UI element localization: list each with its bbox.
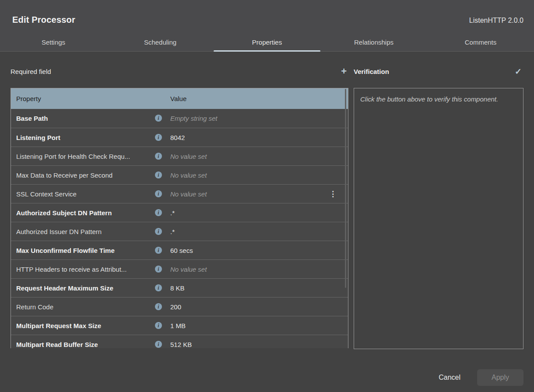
- cancel-button[interactable]: Cancel: [439, 374, 460, 382]
- property-name: Request Header Maximum Size: [16, 284, 155, 292]
- property-value[interactable]: .*: [170, 228, 175, 235]
- info-icon[interactable]: i: [155, 190, 162, 197]
- table-scrollbar[interactable]: [345, 89, 346, 288]
- processor-type-version: ListenHTTP 2.0.0: [469, 17, 523, 24]
- property-name: Authorized Subject DN Pattern: [16, 209, 155, 217]
- info-icon[interactable]: i: [155, 134, 162, 141]
- tab-comments[interactable]: Comments: [427, 33, 534, 51]
- table-row[interactable]: Multipart Read Buffer Sizei512 KB: [11, 335, 348, 348]
- properties-section: Required field + Property Value Base Pat…: [11, 63, 348, 349]
- info-icon[interactable]: i: [155, 209, 162, 216]
- table-row[interactable]: SSL Context ServiceiNo value set⋮: [11, 184, 348, 203]
- dialog-header: Edit Processor ListenHTTP 2.0.0 Settings…: [0, 0, 534, 52]
- check-icon: ✓: [515, 67, 522, 76]
- property-value[interactable]: No value set: [170, 172, 207, 179]
- info-icon[interactable]: i: [155, 341, 162, 348]
- table-row[interactable]: Base PathiEmpty string set: [11, 109, 348, 128]
- properties-table: Property Value Base PathiEmpty string se…: [11, 88, 348, 348]
- info-icon[interactable]: i: [155, 228, 162, 235]
- column-header-value: Value: [170, 95, 186, 102]
- info-icon[interactable]: i: [155, 172, 162, 178]
- dialog-body: Required field + Property Value Base Pat…: [0, 63, 534, 349]
- tab-relationships[interactable]: Relationships: [320, 33, 427, 51]
- table-row[interactable]: Request Header Maximum Sizei8 KB: [11, 278, 348, 297]
- property-value[interactable]: .*: [170, 209, 175, 217]
- dialog-footer: Cancel Apply: [0, 369, 534, 386]
- table-row[interactable]: Authorized Issuer DN Patterni.*: [11, 222, 348, 241]
- property-value[interactable]: 200: [170, 303, 181, 311]
- table-row[interactable]: Listening Port for Health Check Requ...i…: [11, 147, 348, 165]
- table-row[interactable]: Max Unconfirmed Flowfile Timei60 secs: [11, 241, 348, 259]
- property-value[interactable]: No value set: [170, 190, 207, 198]
- page-title: Edit Processor: [12, 15, 75, 25]
- required-field-label: Required field: [11, 68, 51, 75]
- title-row: Edit Processor ListenHTTP 2.0.0: [0, 0, 534, 33]
- info-icon[interactable]: i: [155, 303, 162, 310]
- table-body: Base PathiEmpty string setListening Port…: [11, 109, 348, 348]
- property-value[interactable]: Empty string set: [170, 115, 218, 122]
- verification-label: Verification: [354, 68, 389, 75]
- verification-result-box: Click the button above to verify this co…: [354, 88, 523, 349]
- table-row[interactable]: Multipart Request Max Sizei1 MB: [11, 316, 348, 335]
- property-name: Authorized Issuer DN Pattern: [16, 228, 155, 235]
- info-icon[interactable]: i: [155, 247, 162, 254]
- property-value[interactable]: No value set: [170, 266, 207, 273]
- property-name: Multipart Read Buffer Size: [16, 341, 155, 348]
- more-options-icon[interactable]: ⋮: [329, 190, 337, 198]
- verification-section: Verification ✓ Click the button above to…: [354, 63, 523, 349]
- property-value[interactable]: 8 KB: [170, 284, 185, 292]
- property-name: SSL Context Service: [16, 190, 155, 198]
- tab-bar: Settings Scheduling Properties Relations…: [0, 33, 534, 52]
- tab-properties[interactable]: Properties: [214, 33, 320, 51]
- property-value[interactable]: No value set: [170, 153, 207, 160]
- table-row[interactable]: Max Data to Receive per SecondiNo value …: [11, 165, 348, 184]
- info-icon[interactable]: i: [155, 284, 162, 291]
- info-icon[interactable]: i: [155, 266, 162, 273]
- info-icon[interactable]: i: [155, 153, 162, 160]
- property-name: Multipart Request Max Size: [16, 322, 155, 329]
- table-row[interactable]: Authorized Subject DN Patterni.*: [11, 203, 348, 222]
- info-icon[interactable]: i: [155, 322, 162, 329]
- verify-button[interactable]: ✓: [513, 66, 523, 77]
- table-row[interactable]: Return Codei200: [11, 297, 348, 316]
- plus-icon: +: [341, 66, 347, 77]
- property-name: Listening Port for Health Check Requ...: [16, 153, 155, 160]
- table-header-row: Property Value: [11, 88, 348, 109]
- property-value[interactable]: 8042: [170, 134, 185, 141]
- column-header-property: Property: [16, 95, 41, 102]
- table-row[interactable]: HTTP Headers to receive as Attribut...iN…: [11, 259, 348, 278]
- property-value[interactable]: 512 KB: [170, 341, 192, 348]
- property-name: Max Data to Receive per Second: [16, 172, 155, 179]
- property-name: Return Code: [16, 303, 155, 311]
- tab-settings[interactable]: Settings: [0, 33, 107, 51]
- verification-panel-header: Verification ✓: [354, 63, 523, 79]
- property-value[interactable]: 60 secs: [170, 247, 193, 254]
- edit-processor-dialog: Edit Processor ListenHTTP 2.0.0 Settings…: [0, 0, 534, 392]
- property-name: HTTP Headers to receive as Attribut...: [16, 266, 155, 273]
- table-row[interactable]: Listening Porti8042: [11, 128, 348, 147]
- info-icon[interactable]: i: [155, 115, 162, 122]
- apply-button[interactable]: Apply: [477, 369, 523, 386]
- property-value[interactable]: 1 MB: [170, 322, 186, 329]
- property-name: Base Path: [16, 115, 155, 122]
- verification-message: Click the button above to verify this co…: [360, 95, 498, 103]
- properties-panel-header: Required field +: [11, 63, 348, 79]
- property-name: Listening Port: [16, 134, 155, 141]
- add-property-button[interactable]: +: [339, 66, 348, 77]
- tab-scheduling[interactable]: Scheduling: [107, 33, 214, 51]
- property-name: Max Unconfirmed Flowfile Time: [16, 247, 155, 254]
